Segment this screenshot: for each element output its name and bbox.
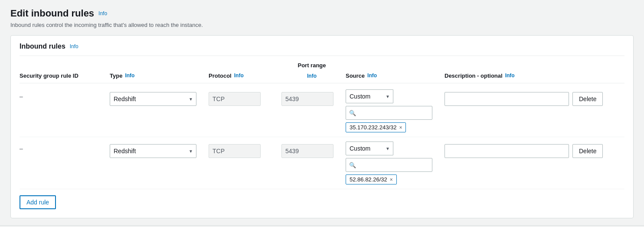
protocol-field: TCP: [209, 144, 261, 158]
ip-tag: 35.170.232.243/32 ×: [346, 122, 406, 132]
rule-port-cell: 5439: [281, 89, 342, 106]
card-title: Inbound rules: [20, 43, 65, 50]
inbound-rules-card: Inbound rules Info Security group rule I…: [10, 35, 634, 218]
source-type-select[interactable]: Anywhere-IPv4 Anywhere-IPv6 Custom My IP: [346, 141, 393, 155]
rule-protocol-cell: TCP: [209, 141, 278, 158]
ip-tag-close-icon[interactable]: ×: [390, 177, 393, 182]
rule-id-cell: –: [20, 89, 106, 100]
col-header-description: Description - optional Info: [445, 72, 569, 80]
footer-bar: Cancel Preview changes Save rules: [0, 225, 644, 227]
card-header: Inbound rules Info: [20, 43, 624, 56]
ip-tag-value: 52.86.82.26/32: [350, 176, 387, 183]
description-info-link[interactable]: Info: [505, 72, 515, 79]
col-header-security-group-rule-id: Security group rule ID: [20, 72, 106, 80]
card-info-link[interactable]: Info: [70, 43, 78, 49]
port-range-info-link[interactable]: Info: [307, 73, 317, 80]
port-range-field: 5439: [281, 144, 333, 158]
ip-tag: 52.86.82.26/32 ×: [346, 174, 397, 184]
source-info-link[interactable]: Info: [367, 72, 377, 79]
col-header-source: Source Info: [346, 72, 441, 80]
page-subtitle: Inbound rules control the incoming traff…: [10, 22, 634, 28]
rule-type-cell: Custom TCP Custom UDP Redshift All traff…: [110, 141, 205, 158]
source-search-input[interactable]: [346, 106, 432, 120]
source-search-input[interactable]: [346, 158, 432, 172]
rule-protocol-cell: TCP: [209, 89, 278, 106]
port-range-field: 5439: [281, 92, 333, 106]
rule-source-cell: Anywhere-IPv4 Anywhere-IPv6 Custom My IP…: [346, 89, 441, 132]
type-info-link[interactable]: Info: [125, 72, 134, 79]
rule-delete-cell: Delete: [572, 89, 624, 106]
table-row: – Custom TCP Custom UDP Redshift All tra…: [20, 85, 624, 137]
rule-id-cell: –: [20, 141, 106, 152]
table-header: Security group rule ID Type Info Protoco…: [20, 62, 624, 83]
source-type-select[interactable]: Anywhere-IPv4 Anywhere-IPv6 Custom My IP: [346, 89, 393, 103]
delete-button[interactable]: Delete: [572, 144, 603, 158]
rule-type-cell: Custom TCP Custom UDP Redshift All traff…: [110, 89, 205, 106]
ip-tag-close-icon[interactable]: ×: [399, 125, 402, 130]
rule-description-cell: [445, 141, 569, 158]
rule-port-cell: 5439: [281, 141, 342, 158]
page-title: Edit inbound rules: [10, 8, 94, 19]
source-search-wrapper: 🔍: [346, 158, 432, 172]
ip-tag-value: 35.170.232.243/32: [350, 124, 396, 131]
col-header-type: Type Info: [110, 72, 205, 80]
page-info-link[interactable]: Info: [98, 10, 107, 16]
col-header-protocol: Protocol Info: [209, 72, 278, 80]
description-input[interactable]: [445, 144, 569, 158]
add-rule-button[interactable]: Add rule: [20, 195, 56, 209]
table-row: – Custom TCP Custom UDP Redshift All tra…: [20, 137, 624, 189]
protocol-field: TCP: [209, 92, 261, 106]
rule-source-cell: Anywhere-IPv4 Anywhere-IPv6 Custom My IP…: [346, 141, 441, 184]
description-input[interactable]: [445, 92, 569, 106]
col-header-port-range: Port range Info: [281, 62, 342, 79]
type-select[interactable]: Custom TCP Custom UDP Redshift All traff…: [110, 144, 196, 158]
source-search-wrapper: 🔍: [346, 106, 432, 120]
protocol-info-link[interactable]: Info: [234, 72, 244, 79]
rule-delete-cell: Delete: [572, 141, 624, 158]
type-select[interactable]: Custom TCP Custom UDP Redshift All traff…: [110, 92, 196, 106]
rules-container: – Custom TCP Custom UDP Redshift All tra…: [20, 85, 624, 189]
rule-description-cell: [445, 89, 569, 106]
delete-button[interactable]: Delete: [572, 92, 603, 106]
